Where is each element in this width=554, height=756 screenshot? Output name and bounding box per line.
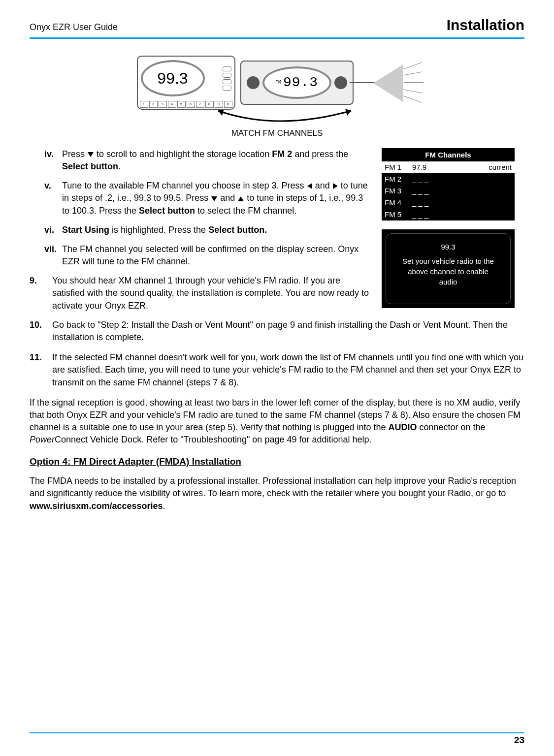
mini-button bbox=[223, 66, 231, 71]
footer-rule bbox=[30, 732, 524, 733]
step-text: Press to scroll to and highlight the sto… bbox=[62, 148, 370, 173]
step-text: If the selected FM channel doesn't work … bbox=[52, 351, 524, 389]
page-header: Onyx EZR User Guide Installation bbox=[30, 15, 524, 35]
right-arrow-icon bbox=[333, 183, 338, 189]
step-9: 9. You should hear XM channel 1 through … bbox=[30, 275, 370, 312]
fm-label: FM 5 bbox=[382, 209, 409, 220]
step-marker: 9. bbox=[30, 275, 52, 312]
preset-button: 0 bbox=[224, 101, 232, 108]
step-v: v. Tune to the available FM channel you … bbox=[44, 180, 370, 217]
left-arrow-icon bbox=[307, 183, 312, 189]
speaker-illustration bbox=[373, 56, 418, 110]
option4-paragraph: The FMDA needs to be installed by a prof… bbox=[30, 475, 524, 512]
step-text: You should hear XM channel 1 through you… bbox=[52, 275, 370, 312]
header-rule bbox=[30, 37, 524, 39]
fm-value: 97.9 bbox=[409, 162, 480, 172]
fm-channels-table: FM Channels FM 1 97.9 current FM 2 _ _ _… bbox=[382, 148, 515, 220]
table-row: FM 2 _ _ _ bbox=[382, 173, 515, 185]
radio-freq: 99.3 bbox=[283, 73, 318, 92]
preset-button: 7 bbox=[196, 101, 204, 108]
car-radio-illustration: FM 99.3 bbox=[240, 61, 354, 105]
step-vi: vi. Start Using is highlighted. Press th… bbox=[44, 224, 370, 236]
troubleshooting-paragraph: If the signal reception is good, showing… bbox=[30, 397, 524, 446]
step-text: Go back to "Step 2: Install the Dash or … bbox=[52, 319, 524, 344]
preset-buttons-row: 1 2 3 4 5 6 7 8 9 0 bbox=[138, 100, 234, 109]
table-row: FM 5 _ _ _ bbox=[382, 209, 515, 220]
fm-value: _ _ _ bbox=[409, 209, 480, 220]
mini-button bbox=[223, 79, 231, 84]
match-fm-figure: 99.3 1 2 3 4 5 6 7 8 9 0 bbox=[30, 56, 524, 139]
mini-button bbox=[223, 86, 231, 91]
table-row: FM 4 _ _ _ bbox=[382, 197, 515, 209]
preset-button: 8 bbox=[205, 101, 214, 108]
option4-heading: Option 4: FM Direct Adapter (FMDA) Insta… bbox=[30, 455, 524, 469]
fm-tag: current bbox=[480, 162, 515, 172]
confirm-freq: 99.3 bbox=[398, 242, 498, 252]
fm-label: FM 1 bbox=[382, 162, 409, 172]
preset-button: 5 bbox=[177, 101, 186, 108]
preset-button: 1 bbox=[140, 101, 148, 108]
preset-button: 4 bbox=[168, 101, 176, 108]
step-marker: 11. bbox=[30, 351, 52, 389]
fm-label: FM 2 bbox=[382, 174, 409, 184]
fm-label: FM 3 bbox=[382, 186, 409, 196]
onyx-screen-highlight: 99.3 bbox=[141, 60, 205, 96]
figure-caption: MATCH FM CHANNELS bbox=[30, 127, 524, 139]
doc-title: Onyx EZR User Guide bbox=[30, 21, 118, 33]
down-arrow-icon bbox=[211, 196, 217, 201]
preset-button: 3 bbox=[159, 101, 167, 108]
mini-button bbox=[223, 73, 231, 78]
fm-label: FM 4 bbox=[382, 197, 409, 208]
step-text: Tune to the available FM channel you cho… bbox=[62, 180, 370, 217]
radio-knob-icon bbox=[247, 76, 260, 89]
step-marker: vi. bbox=[44, 224, 62, 236]
fm-value: _ _ _ bbox=[409, 197, 480, 208]
step-marker: vii. bbox=[44, 243, 62, 268]
fm-value: _ _ _ bbox=[409, 186, 480, 196]
table-row: FM 3 _ _ _ bbox=[382, 185, 515, 197]
fm-value: _ _ _ bbox=[409, 174, 480, 184]
car-radio-display-highlight: FM 99.3 bbox=[262, 66, 331, 99]
step-text: Start Using is highlighted. Press the Se… bbox=[62, 224, 267, 236]
fm-table-title: FM Channels bbox=[382, 148, 515, 161]
radio-knob-icon bbox=[334, 76, 347, 89]
step-marker: 10. bbox=[30, 319, 52, 344]
step-11: 11. If the selected FM channel doesn't w… bbox=[30, 351, 524, 389]
step-10: 10. Go back to "Step 2: Install the Dash… bbox=[30, 319, 524, 344]
step-vii: vii. The FM channel you selected will be… bbox=[44, 243, 370, 268]
preset-button: 2 bbox=[149, 101, 158, 108]
preset-button: 9 bbox=[215, 101, 223, 108]
step-iv: iv. Press to scroll to and highlight the… bbox=[44, 148, 370, 173]
down-arrow-icon bbox=[88, 152, 94, 157]
onyx-freq: 99.3 bbox=[157, 67, 188, 90]
page-number: 23 bbox=[514, 734, 524, 747]
table-row: FM 1 97.9 current bbox=[382, 161, 515, 173]
section-title: Installation bbox=[447, 15, 524, 35]
up-arrow-icon bbox=[238, 196, 244, 201]
confirmation-screen: 99.3 Set your vehicle radio to the above… bbox=[382, 229, 515, 308]
confirm-message: Set your vehicle radio to the above chan… bbox=[398, 256, 498, 287]
onyx-device-illustration: 99.3 1 2 3 4 5 6 7 8 9 0 bbox=[137, 56, 235, 110]
step-marker: iv. bbox=[44, 148, 62, 173]
preset-button: 6 bbox=[187, 101, 195, 108]
radio-band-label: FM bbox=[275, 79, 281, 86]
step-text: The FM channel you selected will be conf… bbox=[62, 243, 370, 268]
match-arrow-icon bbox=[189, 107, 366, 126]
step-marker: v. bbox=[44, 180, 62, 217]
